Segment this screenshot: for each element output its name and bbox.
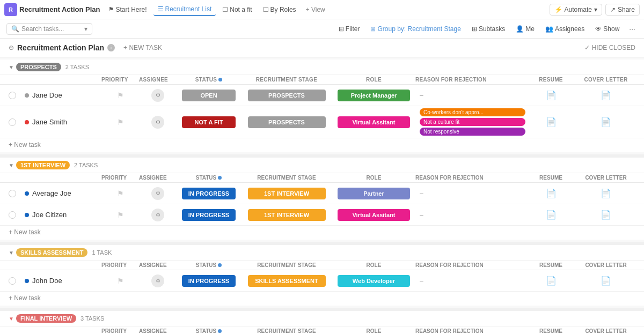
list-icon: ☰ bbox=[158, 5, 164, 13]
subtasks-icon: ⊞ bbox=[472, 25, 477, 33]
row-check[interactable] bbox=[9, 190, 16, 197]
th-status: STATUS bbox=[177, 77, 241, 83]
th-cover: COVER LETTER bbox=[576, 77, 635, 83]
th-resume: RESUME bbox=[525, 77, 576, 83]
rejection-cell: – bbox=[415, 92, 525, 99]
table-header: PRIORITY ASSIGNEE STATUS RECRUITMENT STA… bbox=[0, 326, 644, 334]
skills-badge: SKILLS ASSESSMENT bbox=[16, 248, 88, 257]
status-dot bbox=[218, 78, 222, 81]
collapse-final-icon: ▼ bbox=[9, 316, 14, 322]
share-icon: ↗ bbox=[610, 6, 616, 13]
rejection-cell: Co-workers don't appro... Not a culture … bbox=[415, 108, 525, 136]
search-icon: 🔍 bbox=[11, 25, 19, 33]
row-name: John Doe bbox=[25, 277, 101, 285]
page-title: Recruitment Action Plan bbox=[17, 43, 104, 52]
group-icon: ⊞ bbox=[370, 25, 376, 33]
prospects-count: 2 TASKS bbox=[65, 64, 89, 70]
table-row: Jane Smith ⚑ ⚙ NOT A FIT PROSPECTS Virtu… bbox=[0, 106, 644, 138]
me-button[interactable]: 👤 Me bbox=[513, 24, 538, 34]
assignee-cell[interactable]: ⚙ bbox=[139, 89, 177, 102]
interview1-badge: 1ST INTERVIEW bbox=[16, 161, 70, 169]
new-task-row[interactable]: + New task bbox=[0, 138, 644, 152]
th-assignee: ASSIGNEE bbox=[139, 77, 177, 83]
table-row: Joe Citizen ⚑ ⚙ IN PROGRESS 1ST INTERVIE… bbox=[0, 204, 644, 226]
th-role: ROLE bbox=[332, 77, 415, 83]
group-by-button[interactable]: ⊞ Group by: Recruitment Stage bbox=[367, 24, 464, 34]
th-name bbox=[25, 77, 101, 83]
subtasks-button[interactable]: ⊞ Subtasks bbox=[469, 24, 508, 34]
table-header: PRIORITY ASSIGNEE STATUS RECRUITMENT STA… bbox=[0, 75, 644, 85]
tab-recruitment-list[interactable]: ☰ Recruitment List bbox=[153, 3, 216, 16]
tab-add-view[interactable]: + View bbox=[303, 4, 328, 16]
row-check[interactable] bbox=[9, 92, 16, 99]
role-cell[interactable]: Project Manager bbox=[332, 90, 415, 101]
collapse-icon[interactable]: ⊖ bbox=[9, 44, 14, 51]
stage-cell[interactable]: PROSPECTS bbox=[241, 90, 332, 101]
search-box[interactable]: 🔍 Search tasks... ▾ bbox=[6, 23, 92, 35]
tab-start[interactable]: ⚑ Start Here! bbox=[104, 4, 151, 16]
me-icon: 👤 bbox=[516, 25, 524, 33]
new-task-row[interactable]: + New task bbox=[0, 226, 644, 240]
status-cell[interactable]: OPEN bbox=[177, 90, 241, 101]
chevron-down-icon: ▾ bbox=[594, 6, 597, 13]
collapse-interview1-icon: ▼ bbox=[9, 162, 14, 168]
table-row: Average Joe ⚑ ⚙ IN PROGRESS 1ST INTERVIE… bbox=[0, 183, 644, 204]
app-icon: R bbox=[4, 3, 17, 16]
new-task-button[interactable]: + NEW TASK bbox=[119, 43, 166, 53]
priority-cell[interactable]: ⚑ bbox=[101, 91, 139, 100]
tab-not-fit[interactable]: ☐ Not a fit bbox=[218, 4, 256, 16]
info-icon[interactable]: i bbox=[107, 44, 115, 51]
group-interview1: ▼ 1ST INTERVIEW 2 TASKS PRIORITY ASSIGNE… bbox=[0, 158, 644, 240]
row-name: Average Joe bbox=[25, 189, 101, 197]
group-final: ▼ FINAL INTERVIEW 3 TASKS PRIORITY ASSIG… bbox=[0, 311, 644, 334]
automate-icon: ⚡ bbox=[554, 6, 562, 13]
status-cell[interactable]: NOT A FIT bbox=[177, 108, 241, 136]
group-prospects: ▼ PROSPECTS 2 TASKS PRIORITY ASSIGNEE ST… bbox=[0, 60, 644, 152]
group-header-final[interactable]: ▼ FINAL INTERVIEW 3 TASKS bbox=[0, 311, 644, 326]
th-priority: PRIORITY bbox=[101, 77, 139, 83]
table-header: PRIORITY ASSIGNEE STATUS RECRUITMENT STA… bbox=[0, 173, 644, 183]
filter-icon: ⊟ bbox=[339, 25, 344, 33]
assignees-icon: 👥 bbox=[545, 25, 553, 33]
cover-letter-cell[interactable]: 📄 bbox=[576, 117, 635, 127]
row-check[interactable] bbox=[9, 277, 16, 285]
row-check[interactable] bbox=[9, 118, 16, 126]
group-header-interview1[interactable]: ▼ 1ST INTERVIEW 2 TASKS bbox=[0, 158, 644, 173]
hide-closed-button[interactable]: ✓ HIDE CLOSED bbox=[584, 44, 635, 51]
resume-cell[interactable]: 📄 bbox=[525, 90, 576, 100]
stage-cell[interactable]: PROSPECTS bbox=[241, 108, 332, 136]
main-content: ▼ PROSPECTS 2 TASKS PRIORITY ASSIGNEE ST… bbox=[0, 57, 644, 334]
tab-by-roles[interactable]: ☐ By Roles bbox=[259, 4, 301, 16]
top-nav: R Recruitment Action Plan ⚑ Start Here! … bbox=[0, 0, 644, 19]
assignee-cell[interactable]: ⚙ bbox=[139, 116, 177, 129]
interview1-count: 2 TASKS bbox=[74, 162, 98, 168]
th-check bbox=[9, 77, 25, 83]
share-button[interactable]: ↗ Share bbox=[605, 4, 640, 16]
start-icon: ⚑ bbox=[108, 6, 114, 13]
group-header-skills[interactable]: ▼ SKILLS ASSESSMENT 1 TASK bbox=[0, 245, 644, 260]
final-count: 3 TASKS bbox=[80, 315, 104, 322]
page-header: ⊖ Recruitment Action Plan i + NEW TASK ✓… bbox=[0, 39, 644, 57]
table-row: Jane Doe ⚑ ⚙ OPEN PROSPECTS Project Mana… bbox=[0, 85, 644, 106]
row-name: Jane Smith bbox=[25, 118, 101, 126]
nav-right: ⚡ Automate ▾ ↗ Share bbox=[550, 4, 640, 16]
assignees-button[interactable]: 👥 Assignees bbox=[542, 24, 588, 34]
row-check[interactable] bbox=[9, 211, 16, 219]
th-rejection: REASON FOR REJECTION bbox=[415, 77, 525, 83]
cover-letter-cell[interactable]: 📄 bbox=[576, 90, 635, 100]
resume-cell[interactable]: 📄 bbox=[525, 117, 576, 127]
row-name: Jane Doe bbox=[25, 91, 101, 99]
show-button[interactable]: 👁 Show bbox=[592, 24, 623, 34]
more-button[interactable]: ··· bbox=[627, 24, 638, 34]
new-task-row[interactable]: + New task bbox=[0, 292, 644, 306]
app-title: Recruitment Action Plan bbox=[19, 5, 100, 13]
role-cell[interactable]: Virtual Assitant bbox=[332, 108, 415, 136]
automate-button[interactable]: ⚡ Automate ▾ bbox=[550, 4, 602, 16]
prospects-badge: PROSPECTS bbox=[16, 63, 61, 71]
row-name: Joe Citizen bbox=[25, 211, 101, 219]
group-header-prospects[interactable]: ▼ PROSPECTS 2 TASKS bbox=[0, 60, 644, 75]
app-container: R Recruitment Action Plan ⚑ Start Here! … bbox=[0, 0, 644, 334]
filter-button[interactable]: ⊟ Filter bbox=[335, 24, 363, 34]
show-icon: 👁 bbox=[595, 25, 602, 33]
priority-cell[interactable]: ⚑ bbox=[101, 118, 139, 127]
